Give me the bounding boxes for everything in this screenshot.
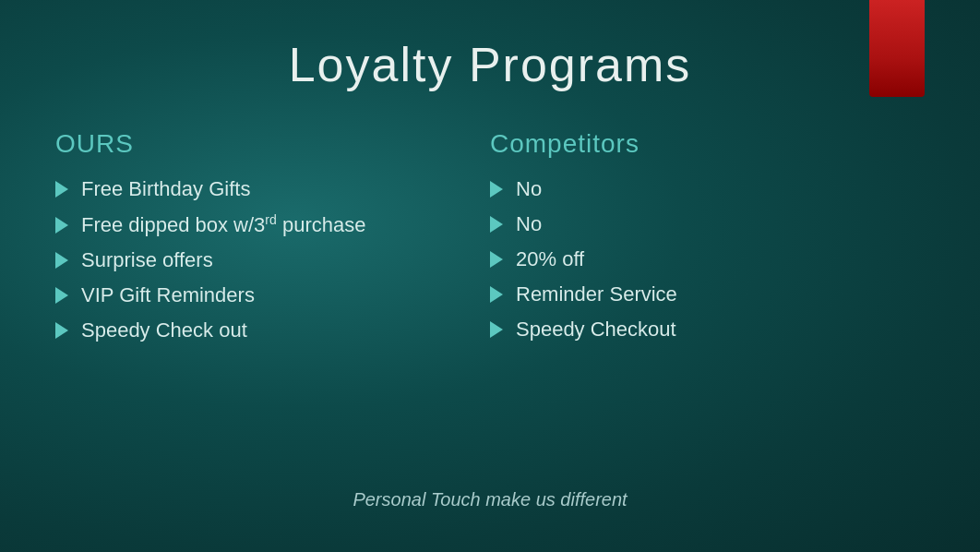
red-accent-decoration — [869, 0, 925, 97]
ours-list: Free Birthday Gifts Free dipped box w/3r… — [55, 177, 490, 342]
arrow-icon — [490, 251, 503, 268]
arrow-icon — [490, 181, 503, 198]
list-item: Reminder Service — [490, 282, 925, 306]
arrow-icon — [55, 287, 68, 304]
footer-text: Personal Touch make us different — [353, 489, 627, 510]
item-text: 20% off — [516, 247, 584, 271]
competitors-column: Competitors No No 20% off Reminder Servi… — [490, 129, 925, 342]
list-item: Speedy Check out — [55, 318, 490, 342]
item-text: Speedy Check out — [81, 318, 247, 342]
list-item: Free Birthday Gifts — [55, 177, 490, 201]
competitors-list: No No 20% off Reminder Service Speedy Ch — [490, 177, 925, 342]
item-text: VIP Gift Reminders — [81, 283, 255, 307]
competitors-header: Competitors — [490, 129, 925, 159]
item-text: Surprise offers — [81, 248, 213, 272]
slide-title: Loyalty Programs — [289, 37, 692, 92]
list-item: No — [490, 177, 925, 201]
arrow-icon — [490, 216, 503, 233]
item-text: Speedy Checkout — [516, 318, 676, 342]
arrow-icon — [490, 321, 503, 338]
arrow-icon — [55, 217, 68, 234]
arrow-icon — [55, 322, 68, 339]
arrow-icon — [55, 181, 68, 198]
list-item: 20% off — [490, 247, 925, 271]
item-text: Reminder Service — [516, 282, 677, 306]
item-text: No — [516, 212, 542, 236]
item-text: Free dipped box w/3rd purchase — [81, 212, 365, 237]
list-item: Free dipped box w/3rd purchase — [55, 212, 490, 237]
item-text: No — [516, 177, 542, 201]
arrow-icon — [490, 286, 503, 303]
ours-header: OURS — [55, 129, 490, 159]
list-item: No — [490, 212, 925, 236]
arrow-icon — [55, 252, 68, 269]
content-area: OURS Free Birthday Gifts Free dipped box… — [55, 129, 925, 342]
list-item: VIP Gift Reminders — [55, 283, 490, 307]
list-item: Surprise offers — [55, 248, 490, 272]
slide-container: Loyalty Programs OURS Free Birthday Gift… — [0, 0, 980, 552]
item-text: Free Birthday Gifts — [81, 177, 250, 201]
ours-column: OURS Free Birthday Gifts Free dipped box… — [55, 129, 490, 342]
list-item: Speedy Checkout — [490, 318, 925, 342]
